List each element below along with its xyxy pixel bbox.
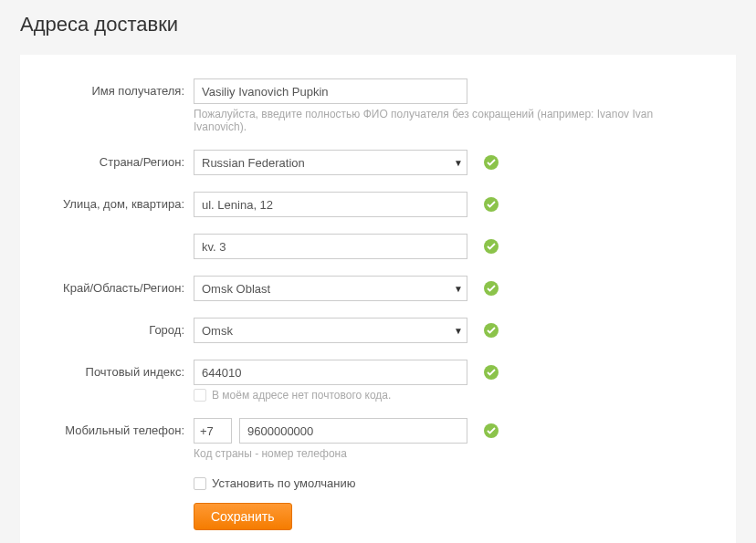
street-input-1[interactable] bbox=[194, 192, 467, 217]
checkmark-icon bbox=[484, 197, 499, 212]
street-label: Улица, дом, квартира: bbox=[47, 192, 194, 211]
checkmark-icon bbox=[484, 155, 499, 170]
country-select[interactable]: Russian Federation bbox=[194, 150, 467, 175]
region-select[interactable]: Omsk Oblast bbox=[194, 276, 467, 301]
phone-hint: Код страны - номер телефона bbox=[194, 447, 499, 460]
no-zip-label[interactable]: В моём адресе нет почтового кода. bbox=[212, 389, 391, 402]
zip-label: Почтовый индекс: bbox=[47, 360, 194, 379]
checkmark-icon bbox=[484, 281, 499, 296]
default-address-checkbox[interactable] bbox=[194, 477, 206, 490]
phone-label: Мобильный телефон: bbox=[47, 418, 194, 437]
phone-code-input[interactable] bbox=[194, 418, 232, 444]
phone-number-input[interactable] bbox=[239, 418, 467, 444]
address-form: Имя получателя: Пожалуйста, введите полн… bbox=[20, 55, 736, 543]
recipient-input[interactable] bbox=[194, 78, 467, 104]
city-select[interactable]: Omsk bbox=[194, 318, 467, 343]
street-input-2[interactable] bbox=[194, 234, 467, 259]
city-label: Город: bbox=[47, 318, 194, 337]
checkmark-icon bbox=[484, 423, 499, 438]
default-address-label[interactable]: Установить по умолчанию bbox=[212, 476, 355, 490]
zip-input[interactable] bbox=[194, 360, 467, 385]
checkmark-icon bbox=[484, 323, 499, 338]
country-label: Страна/Регион: bbox=[47, 150, 194, 169]
no-zip-checkbox[interactable] bbox=[194, 389, 206, 402]
save-button[interactable]: Сохранить bbox=[194, 503, 292, 530]
recipient-label: Имя получателя: bbox=[47, 78, 194, 98]
checkmark-icon bbox=[484, 239, 499, 254]
recipient-hint: Пожалуйста, введите полностью ФИО получа… bbox=[194, 108, 709, 133]
region-label: Край/Область/Регион: bbox=[47, 276, 194, 295]
page-title: Адреса доставки bbox=[20, 13, 736, 37]
checkmark-icon bbox=[484, 365, 499, 380]
